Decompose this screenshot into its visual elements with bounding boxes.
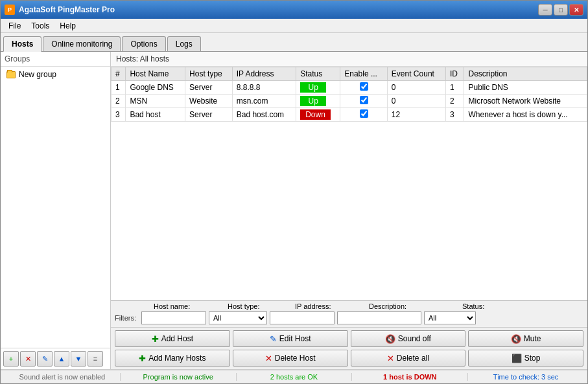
filter-col-desc-label: Description: xyxy=(369,302,460,310)
cell-events: 12 xyxy=(387,108,445,122)
cell-host-type: Server xyxy=(185,81,233,95)
tab-bar: Hosts Online monitoring Options Logs xyxy=(1,33,587,52)
mute-button[interactable]: 🔇 Mute xyxy=(468,330,583,347)
main-area: Groups New group + ✕ ✎ ▲ ▼ ≡ Hosts: All … xyxy=(1,52,587,369)
sound-off-button[interactable]: 🔇 Sound off xyxy=(351,330,466,347)
add-many-label: Add Many Hosts xyxy=(148,354,206,363)
col-num[interactable]: # xyxy=(112,67,126,81)
col-id[interactable]: ID xyxy=(445,67,464,81)
mute-label: Mute xyxy=(524,334,541,343)
hosts-table-container[interactable]: # Host Name Host type IP Address Status … xyxy=(111,67,587,300)
delete-all-button[interactable]: ✕ Delete all xyxy=(351,350,466,367)
add-host-label: Add Host xyxy=(161,334,193,343)
group-item[interactable]: New group xyxy=(1,67,110,82)
col-host-type[interactable]: Host type xyxy=(185,67,233,81)
tab-online-monitoring[interactable]: Online monitoring xyxy=(43,36,121,51)
cell-desc: Whenever a host is down y... xyxy=(464,108,587,122)
window-title: AgataSoft PingMaster Pro xyxy=(19,5,115,14)
menu-file[interactable]: File xyxy=(3,20,26,32)
col-ip[interactable]: IP Address xyxy=(232,67,296,81)
filter-col-ip-label: IP address: xyxy=(295,302,366,310)
cell-status: Down xyxy=(296,108,340,122)
group-edit-button[interactable]: ✎ xyxy=(37,351,53,367)
status-ok-count: 2 hosts are OK xyxy=(237,373,353,381)
cell-host-name: MSN xyxy=(126,95,185,108)
cell-id: 2 xyxy=(445,95,464,108)
cell-id: 3 xyxy=(445,108,464,122)
status-bar: Sound alert is now enabled Program is no… xyxy=(1,369,587,383)
menu-help[interactable]: Help xyxy=(54,20,81,32)
add-many-hosts-button[interactable]: ✚ Add Many Hosts xyxy=(115,350,230,367)
cell-ip: 8.8.8.8 xyxy=(232,81,296,95)
table-row[interactable]: 3 Bad host Server Bad host.com Down 12 3… xyxy=(112,108,587,122)
table-row[interactable]: 2 MSN Website msn.com Up 0 2 Microsoft N… xyxy=(112,95,587,108)
cell-events: 0 xyxy=(387,95,445,108)
folder-icon xyxy=(6,71,16,78)
group-up-button[interactable]: ▲ xyxy=(54,351,69,367)
minimize-button[interactable]: ─ xyxy=(538,4,552,16)
cell-enable[interactable] xyxy=(340,81,388,95)
cell-enable[interactable] xyxy=(340,95,388,108)
edit-host-button[interactable]: ✎ Edit Host xyxy=(233,330,348,347)
filter-status-select[interactable]: All xyxy=(424,311,476,324)
cell-ip: Bad host.com xyxy=(232,108,296,122)
col-events[interactable]: Event Count xyxy=(387,67,445,81)
col-host-name[interactable]: Host Name xyxy=(126,67,185,81)
cell-events: 0 xyxy=(387,81,445,95)
hosts-header: Hosts: All hosts xyxy=(111,52,587,67)
stop-button[interactable]: ⬛ Stop xyxy=(468,350,583,367)
sound-off-icon: 🔇 xyxy=(385,334,395,344)
filter-ip-input[interactable] xyxy=(270,311,335,324)
action-buttons: ✚ Add Host ✎ Edit Host 🔇 Sound off 🔇 Mut… xyxy=(111,328,587,369)
add-host-button[interactable]: ✚ Add Host xyxy=(115,330,230,347)
app-icon: P xyxy=(5,5,15,15)
cell-id: 1 xyxy=(445,81,464,95)
tab-hosts[interactable]: Hosts xyxy=(3,36,41,52)
edit-host-icon: ✎ xyxy=(270,334,277,344)
table-row[interactable]: 1 Google DNS Server 8.8.8.8 Up 0 1 Publi… xyxy=(112,81,587,95)
col-enable[interactable]: Enable ... xyxy=(340,67,388,81)
title-bar-left: P AgataSoft PingMaster Pro xyxy=(5,5,115,15)
filter-desc-input[interactable] xyxy=(337,311,421,324)
status-sound: Sound alert is now enabled xyxy=(5,373,121,381)
title-buttons: ─ □ ✕ xyxy=(538,4,583,16)
filter-hosttype-select[interactable]: All xyxy=(209,311,267,324)
sound-off-label: Sound off xyxy=(398,334,431,343)
col-status[interactable]: Status xyxy=(296,67,340,81)
tab-options[interactable]: Options xyxy=(122,36,165,51)
stop-label: Stop xyxy=(524,354,541,363)
cell-host-type: Server xyxy=(185,108,233,122)
add-many-icon: ✚ xyxy=(139,354,146,363)
maximize-button[interactable]: □ xyxy=(554,4,568,16)
delete-all-label: Delete all xyxy=(397,354,429,363)
group-add-button[interactable]: + xyxy=(3,351,19,367)
menu-bar: File Tools Help xyxy=(1,19,587,33)
col-desc[interactable]: Description xyxy=(464,67,587,81)
cell-ip: msn.com xyxy=(232,95,296,108)
edit-host-label: Edit Host xyxy=(279,334,311,343)
cell-host-name: Bad host xyxy=(126,108,185,122)
status-timer: Time to check: 3 sec xyxy=(468,373,583,381)
add-host-icon: ✚ xyxy=(152,334,159,344)
cell-status: Up xyxy=(296,95,340,108)
filter-hostname-input[interactable] xyxy=(141,311,206,324)
close-button[interactable]: ✕ xyxy=(569,4,583,16)
group-menu-button[interactable]: ≡ xyxy=(88,351,103,367)
filter-col-hostname-label: Host name: xyxy=(154,302,225,310)
status-down-count: 1 host is DOWN xyxy=(352,373,468,381)
cell-num: 2 xyxy=(112,95,126,108)
cell-enable[interactable] xyxy=(340,108,388,122)
group-remove-button[interactable]: ✕ xyxy=(20,351,36,367)
menu-tools[interactable]: Tools xyxy=(26,20,54,32)
cell-status: Up xyxy=(296,81,340,95)
group-down-button[interactable]: ▼ xyxy=(71,351,86,367)
stop-icon: ⬛ xyxy=(512,354,522,363)
filter-inputs-row: Filters: All All xyxy=(115,311,583,324)
filter-area: Host name: Host type: IP address: Descri… xyxy=(111,300,587,328)
status-active: Program is now active xyxy=(121,373,237,381)
cell-host-name: Google DNS xyxy=(126,81,185,95)
filter-label: Filters: xyxy=(115,314,136,322)
delete-host-button[interactable]: ✕ Delete Host xyxy=(233,350,348,367)
cell-desc: Public DNS xyxy=(464,81,587,95)
tab-logs[interactable]: Logs xyxy=(167,36,201,51)
